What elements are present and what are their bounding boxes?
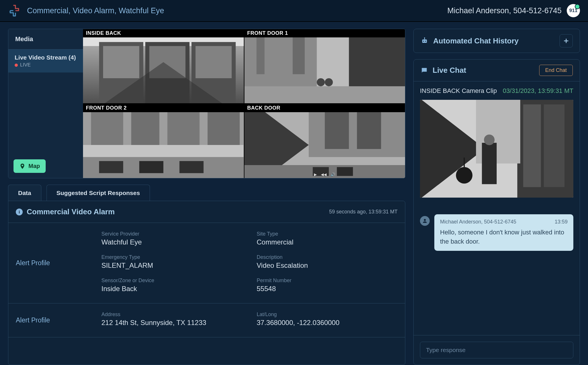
add-button[interactable]	[560, 34, 573, 47]
top-bar: Commercial, Video Alarm, Watchful Eye Mi…	[0, 0, 588, 22]
svg-rect-35	[422, 39, 427, 43]
live-label: LIVE	[20, 62, 31, 68]
svg-rect-22	[208, 112, 240, 145]
svg-point-13	[317, 78, 325, 86]
map-button[interactable]: Map	[14, 159, 46, 173]
svg-rect-21	[167, 112, 200, 145]
play-icon[interactable]: ▶	[314, 172, 317, 177]
svg-point-14	[325, 78, 333, 86]
tab-bar: Data Suggested Script Responses	[8, 185, 405, 201]
svg-rect-49	[464, 158, 465, 169]
automated-chat-panel: Automated Chat History	[413, 29, 580, 53]
svg-rect-30	[325, 112, 349, 149]
media-sidebar-title: Media	[8, 29, 83, 49]
field-label: Service Provider	[101, 231, 243, 237]
svg-rect-25	[139, 161, 163, 173]
robot-icon	[421, 37, 429, 45]
live-indicator-icon	[15, 64, 18, 67]
video-feed[interactable]: FRONT DOOR 2	[83, 104, 244, 178]
data-section: Alert Profile Address212 14th St, Sunnys…	[8, 303, 405, 337]
plus-icon	[563, 38, 569, 44]
field-label: Lat/Long	[257, 312, 398, 318]
svg-rect-24	[99, 161, 123, 173]
message-text: Hello, someone I don't know just walked …	[440, 228, 568, 246]
data-card-timestamp: 59 seconds ago, 13:59:31 MT	[329, 209, 398, 215]
video-feed-grid: INSIDE BACK	[83, 29, 405, 178]
breadcrumb: Commercial, Video Alarm, Watchful Eye	[27, 6, 164, 15]
feed-label: INSIDE BACK	[83, 29, 244, 37]
volume-icon[interactable]: 🔊	[331, 172, 335, 177]
feed-label: BACK DOOR	[244, 104, 405, 112]
svg-rect-10	[244, 37, 317, 90]
svg-rect-43	[523, 104, 541, 187]
map-pin-icon	[19, 163, 26, 169]
svg-point-39	[424, 37, 425, 39]
tab-data[interactable]: Data	[8, 185, 41, 201]
rewind-icon[interactable]: ◀◀	[321, 172, 327, 177]
field-value: 37.3680000, -122.0360000	[257, 319, 398, 327]
field-label: Address	[101, 312, 243, 318]
live-chat-title: Live Chat	[433, 66, 466, 75]
svg-rect-31	[357, 112, 381, 149]
live-chat-panel: Live Chat End Chat INSIDE BACK Camera Cl…	[413, 59, 580, 365]
svg-rect-19	[91, 112, 123, 145]
stream-title: Live Video Stream (4)	[15, 54, 77, 61]
automated-chat-title: Automated Chat History	[433, 37, 519, 45]
svg-point-36	[423, 41, 424, 42]
field-value: Watchful Eye	[101, 238, 243, 246]
feed-label: FRONT DOOR 2	[83, 104, 244, 112]
emergency-badge[interactable]: 911	[567, 4, 580, 17]
svg-rect-16	[256, 37, 264, 74]
video-controls[interactable]: ▶ ◀◀ 🔊	[244, 171, 405, 178]
svg-rect-20	[131, 112, 159, 145]
svg-rect-26	[180, 161, 204, 173]
feed-label: FRONT DOOR 1	[244, 29, 405, 37]
svg-rect-15	[292, 37, 304, 74]
clip-label: INSIDE BACK Camera Clip	[420, 87, 497, 95]
caller-identity: Michael Anderson, 504-512-6745	[447, 6, 562, 15]
section-label: Alert Profile	[8, 223, 95, 303]
avatar-icon	[420, 216, 430, 226]
svg-rect-11	[349, 37, 405, 86]
svg-point-47	[484, 135, 495, 145]
svg-point-37	[425, 41, 426, 42]
end-chat-button[interactable]: End Chat	[539, 65, 573, 76]
app-logo-icon	[8, 4, 21, 17]
chat-input[interactable]	[420, 342, 573, 358]
data-card-title: Commercial Video Alarm	[27, 207, 115, 216]
info-icon: i	[16, 209, 23, 215]
field-label: Sensor/Zone or Device	[101, 278, 243, 284]
tab-suggested-scripts[interactable]: Suggested Script Responses	[47, 185, 150, 201]
svg-rect-12	[244, 86, 405, 103]
field-value: 55548	[257, 285, 398, 293]
svg-rect-5	[103, 46, 139, 78]
field-value: 212 14th St, Sunnyside, TX 11233	[101, 319, 243, 327]
video-feed[interactable]: BACK DOOR	[244, 104, 405, 178]
field-value: Commercial	[257, 238, 398, 246]
svg-point-48	[456, 167, 473, 184]
svg-rect-46	[482, 143, 497, 184]
svg-rect-44	[544, 104, 564, 187]
message-sender: Michael Anderson, 504-512-6745	[440, 219, 516, 225]
data-card: i Commercial Video Alarm 59 seconds ago,…	[8, 201, 405, 365]
data-section: Alert Profile Service ProviderWatchful E…	[8, 223, 405, 303]
media-panel: Media Live Video Stream (4) LIVE Map INS…	[8, 29, 405, 178]
chat-message: Michael Anderson, 504-512-6745 13:59 Hel…	[420, 214, 573, 251]
message-time: 13:59	[555, 219, 568, 225]
field-value: Video Escalation	[257, 261, 398, 270]
field-label: Description	[257, 254, 398, 260]
field-value: Inside Back	[101, 285, 243, 293]
video-feed[interactable]: FRONT DOOR 1	[244, 29, 405, 103]
chat-icon	[421, 67, 428, 74]
field-label: Permit Number	[257, 278, 398, 284]
field-label: Site Type	[257, 231, 398, 237]
camera-clip-thumbnail[interactable]	[420, 100, 573, 198]
svg-rect-7	[196, 46, 232, 78]
field-value: SILENT_ALARM	[101, 261, 243, 270]
live-stream-item[interactable]: Live Video Stream (4) LIVE	[8, 49, 83, 72]
media-sidebar: Media Live Video Stream (4) LIVE Map	[8, 29, 83, 178]
field-label: Emergency Type	[101, 254, 243, 260]
section-label: Alert Profile	[8, 303, 95, 337]
svg-point-50	[424, 219, 426, 221]
video-feed[interactable]: INSIDE BACK	[83, 29, 244, 103]
